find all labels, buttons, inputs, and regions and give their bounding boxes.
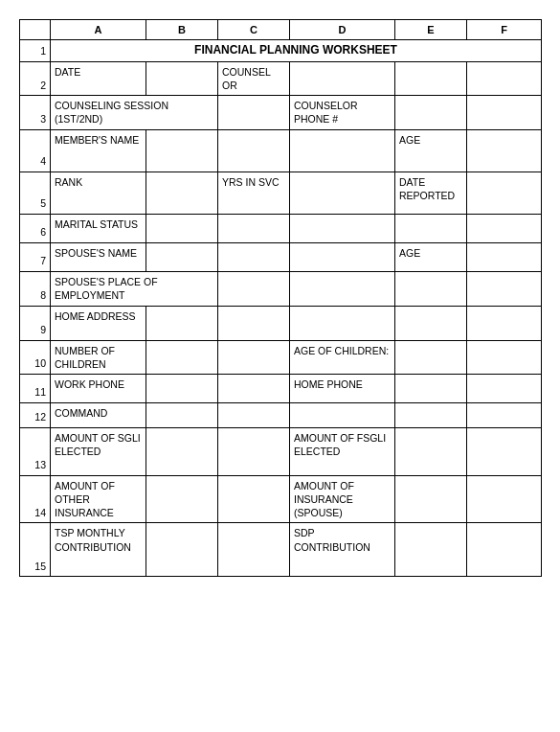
cell-12f	[467, 402, 542, 427]
cell-5c: YRS IN SVC	[218, 172, 290, 214]
cell-8d	[290, 271, 395, 306]
row-11: 11 WORK PHONE HOME PHONE	[20, 374, 542, 402]
cell-3d: COUNSELOR PHONE #	[290, 96, 395, 129]
worksheet-title: FINANCIAL PLANNING WORKSHEET	[51, 40, 542, 62]
cell-11e	[395, 374, 467, 402]
rownum-2: 2	[20, 61, 51, 95]
cell-4b	[146, 129, 218, 172]
rownum-3: 3	[20, 96, 51, 129]
cell-5b	[146, 172, 218, 214]
cell-14b	[146, 475, 218, 523]
cell-5a: RANK	[51, 172, 146, 214]
cell-9d	[290, 306, 395, 340]
cell-14a: AMOUNT OF OTHER INSURANCE	[51, 475, 146, 523]
rownum-8: 8	[20, 271, 51, 306]
cell-7f	[467, 242, 542, 271]
rownum-10: 10	[20, 340, 51, 374]
cell-4a: MEMBER'S NAME	[51, 129, 146, 172]
financial-planning-table: A B C D E F 1 FINANCIAL PLANNING WORKSHE…	[19, 19, 542, 577]
row-3: 3 COUNSELING SESSION (1ST/2ND) COUNSELOR…	[20, 96, 542, 129]
cell-15c	[218, 523, 290, 577]
row-7: 7 SPOUSE'S NAME AGE	[20, 242, 542, 271]
cell-12e	[395, 402, 467, 427]
cell-2f	[467, 61, 542, 95]
cell-10b	[146, 340, 218, 374]
row-9: 9 HOME ADDRESS	[20, 306, 542, 340]
cell-13c	[218, 427, 290, 475]
row-14: 14 AMOUNT OF OTHER INSURANCE AMOUNT OF I…	[20, 475, 542, 523]
rownum-14: 14	[20, 475, 51, 523]
row-8: 8 SPOUSE'S PLACE OF EMPLOYMENT	[20, 271, 542, 306]
cell-6e	[395, 214, 467, 242]
cell-2c: COUNSEL OR	[218, 61, 290, 95]
cell-2a: DATE	[51, 61, 146, 95]
rownum-11: 11	[20, 374, 51, 402]
rownum-4: 4	[20, 129, 51, 172]
cell-5f	[467, 172, 542, 214]
rownum-7: 7	[20, 242, 51, 271]
cell-6b	[146, 214, 218, 242]
col-header-empty	[20, 20, 51, 40]
cell-12a: COMMAND	[51, 402, 146, 427]
col-header-a: A	[51, 20, 146, 40]
cell-14e	[395, 475, 467, 523]
cell-13b	[146, 427, 218, 475]
row-10: 10 NUMBER OF CHILDREN AGE OF CHILDREN:	[20, 340, 542, 374]
cell-4d	[290, 129, 395, 172]
rownum-1: 1	[20, 40, 51, 62]
col-header-d: D	[290, 20, 395, 40]
cell-3c	[218, 96, 290, 129]
cell-7e: AGE	[395, 242, 467, 271]
cell-5d	[290, 172, 395, 214]
worksheet-container: A B C D E F 1 FINANCIAL PLANNING WORKSHE…	[19, 19, 541, 577]
cell-15a: TSP MONTHLY CONTRIBUTION	[51, 523, 146, 577]
row-13: 13 AMOUNT OF SGLI ELECTED AMOUNT OF FSGL…	[20, 427, 542, 475]
cell-13e	[395, 427, 467, 475]
cell-14c	[218, 475, 290, 523]
cell-7a: SPOUSE'S NAME	[51, 242, 146, 271]
cell-7d	[290, 242, 395, 271]
cell-12c	[218, 402, 290, 427]
cell-6d	[290, 214, 395, 242]
rownum-13: 13	[20, 427, 51, 475]
cell-15e	[395, 523, 467, 577]
cell-2e	[395, 61, 467, 95]
cell-10f	[467, 340, 542, 374]
cell-10d: AGE OF CHILDREN:	[290, 340, 395, 374]
cell-11a: WORK PHONE	[51, 374, 146, 402]
cell-8f	[467, 271, 542, 306]
col-header-b: B	[146, 20, 218, 40]
row-12: 12 COMMAND	[20, 402, 542, 427]
cell-11c	[218, 374, 290, 402]
cell-14d: AMOUNT OF INSURANCE (SPOUSE)	[290, 475, 395, 523]
row-1: 1 FINANCIAL PLANNING WORKSHEET	[20, 40, 542, 62]
cell-10a: NUMBER OF CHILDREN	[51, 340, 146, 374]
cell-7b	[146, 242, 218, 271]
rownum-9: 9	[20, 306, 51, 340]
cell-10e	[395, 340, 467, 374]
cell-4e: AGE	[395, 129, 467, 172]
cell-11b	[146, 374, 218, 402]
cell-6c	[218, 214, 290, 242]
cell-11d: HOME PHONE	[290, 374, 395, 402]
cell-12d	[290, 402, 395, 427]
cell-14f	[467, 475, 542, 523]
cell-12b	[146, 402, 218, 427]
cell-8a: SPOUSE'S PLACE OF EMPLOYMENT	[51, 271, 218, 306]
cell-9b	[146, 306, 218, 340]
cell-9e	[395, 306, 467, 340]
cell-13f	[467, 427, 542, 475]
cell-8e	[395, 271, 467, 306]
cell-4f	[467, 129, 542, 172]
row-15: 15 TSP MONTHLY CONTRIBUTION SDP CONTRIBU…	[20, 523, 542, 577]
col-header-c: C	[218, 20, 290, 40]
cell-13a: AMOUNT OF SGLI ELECTED	[51, 427, 146, 475]
col-header-e: E	[395, 20, 467, 40]
cell-6a: MARITAL STATUS	[51, 214, 146, 242]
cell-15b	[146, 523, 218, 577]
col-header-f: F	[467, 20, 542, 40]
cell-11f	[467, 374, 542, 402]
rownum-6: 6	[20, 214, 51, 242]
cell-13d: AMOUNT OF FSGLI ELECTED	[290, 427, 395, 475]
cell-3e	[395, 96, 467, 129]
